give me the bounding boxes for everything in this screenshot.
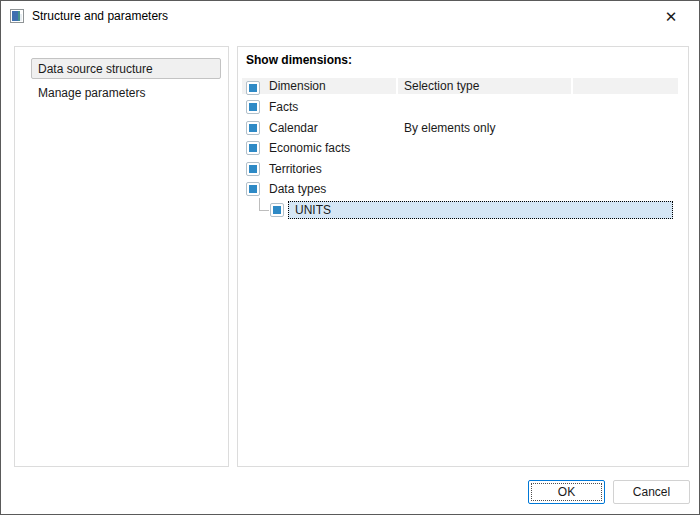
column-header-dimension: Dimension — [269, 79, 326, 93]
dimensions-table: Dimension Selection type Facts Calendar … — [242, 78, 678, 220]
column-header-selection-type: Selection type — [404, 79, 479, 93]
dimension-name: Facts — [269, 97, 298, 118]
sidebar-item-label: Data source structure — [38, 62, 153, 76]
tree-connector — [259, 198, 269, 211]
table-header: Dimension Selection type — [242, 78, 678, 94]
table-row-facts[interactable]: Facts — [242, 97, 678, 118]
header-cell-dimension[interactable]: Dimension — [242, 78, 396, 94]
sidebar-item-data-source-structure[interactable]: Data source structure — [31, 58, 221, 79]
selection-type-value: By elements only — [404, 118, 495, 139]
dimension-checkbox[interactable] — [246, 162, 260, 176]
ok-button-label: OK — [558, 485, 575, 499]
dimension-checkbox[interactable] — [270, 203, 284, 217]
cancel-button-label: Cancel — [633, 485, 670, 499]
select-all-checkbox[interactable] — [246, 81, 260, 95]
title-bar: Structure and parameters ✕ — [1, 1, 699, 32]
panel-heading: Show dimensions: — [246, 53, 352, 67]
table-row-units[interactable]: UNITS — [242, 200, 678, 221]
app-icon — [10, 9, 24, 23]
close-icon: ✕ — [665, 9, 678, 24]
dimension-checkbox[interactable] — [246, 100, 260, 114]
cancel-button[interactable]: Cancel — [613, 480, 690, 504]
dimension-checkbox[interactable] — [246, 141, 260, 155]
dimensions-panel: Show dimensions: Dimension Selection typ… — [237, 46, 689, 467]
dimension-checkbox[interactable] — [246, 182, 260, 196]
table-row-territories[interactable]: Territories — [242, 159, 678, 180]
dimension-name: Economic facts — [269, 138, 350, 159]
dimension-name: Calendar — [269, 118, 318, 139]
window-title: Structure and parameters — [32, 9, 168, 23]
dimension-checkbox[interactable] — [246, 121, 260, 135]
table-row-calendar[interactable]: Calendar By elements only — [242, 118, 678, 139]
header-cell-empty — [573, 78, 678, 94]
selected-row-highlight[interactable]: UNITS — [288, 201, 673, 219]
table-rows: Facts Calendar By elements only Economic… — [242, 97, 678, 220]
header-cell-selection-type[interactable]: Selection type — [398, 78, 571, 94]
sidebar-item-label: Manage parameters — [38, 86, 145, 100]
ok-button[interactable]: OK — [528, 480, 605, 504]
structure-and-parameters-dialog: Structure and parameters ✕ Data source s… — [0, 0, 700, 515]
sidebar: Data source structure Manage parameters — [14, 46, 229, 467]
table-row-economic-facts[interactable]: Economic facts — [242, 138, 678, 159]
dimension-name: UNITS — [295, 203, 331, 217]
table-row-data-types[interactable]: Data types — [242, 179, 678, 200]
close-button[interactable]: ✕ — [643, 1, 699, 32]
sidebar-item-manage-parameters[interactable]: Manage parameters — [38, 85, 145, 101]
dimension-name: Territories — [269, 159, 322, 180]
dimension-name: Data types — [269, 179, 326, 200]
